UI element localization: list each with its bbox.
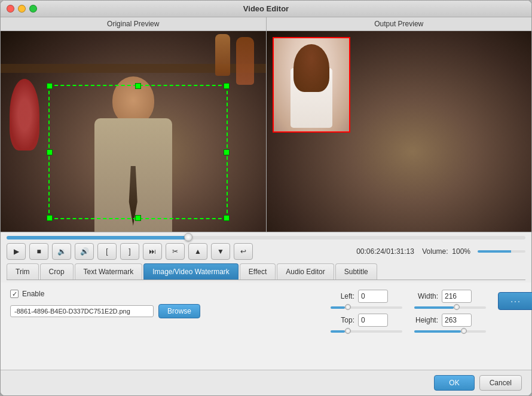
top-slider-thumb[interactable] — [345, 328, 351, 334]
top-slider[interactable] — [331, 330, 402, 333]
guitar-decoration-1 — [236, 37, 254, 85]
window-title: Video Editor — [243, 4, 289, 13]
tab-image-video-watermark[interactable]: Image/Video Watermark — [143, 263, 239, 280]
minimize-button[interactable] — [18, 5, 26, 13]
crop-handle-tr[interactable] — [224, 83, 230, 89]
width-height-column: Width: Height: — [414, 290, 486, 337]
tab-effect[interactable]: Effect — [240, 263, 276, 280]
browse-button[interactable]: Browse — [158, 304, 200, 318]
man-head — [112, 76, 154, 124]
width-label: Width: — [414, 292, 438, 300]
original-bg — [1, 31, 266, 232]
timeline-thumb[interactable] — [184, 233, 192, 241]
width-field-group: Width: — [414, 290, 486, 303]
crop-handle-bl[interactable] — [47, 215, 53, 221]
top-slider-fill — [331, 330, 345, 333]
playback-controls: ▶ ■ 🔉 🔊 [ ] ⏭ ✂ ▲ ▼ ↩ 00:06:24/01:31:13 … — [7, 243, 525, 260]
preview-section: Original Preview — [1, 17, 531, 232]
play-button[interactable]: ▶ — [7, 243, 26, 260]
mark-in-button[interactable]: [ — [97, 243, 117, 260]
mark-out-button[interactable]: ] — [120, 243, 139, 260]
tabs-row: Trim Crop Text Watermark Image/Video Wat… — [7, 263, 525, 280]
width-slider-thumb[interactable] — [454, 304, 460, 310]
output-preview-label: Output Preview — [267, 17, 532, 31]
left-top-column: Left: Top: — [331, 290, 402, 337]
tab-trim[interactable]: Trim — [7, 263, 39, 280]
enable-label: Enable — [22, 290, 44, 298]
left-slider-fill — [331, 306, 345, 309]
width-slider-fill — [414, 306, 454, 309]
top-label: Top: — [331, 316, 354, 324]
original-preview-label: Original Preview — [1, 17, 266, 31]
guitar-decoration-2 — [215, 34, 230, 76]
flower-decoration — [10, 79, 39, 151]
man-tie — [127, 166, 139, 226]
cancel-button[interactable]: Cancel — [479, 375, 522, 391]
crop-handle-tl[interactable] — [47, 83, 53, 89]
position-preset-button[interactable]: ··· — [498, 292, 532, 310]
enable-checkbox[interactable]: ✓ — [10, 290, 19, 298]
position-size-controls: Left: Top: — [331, 290, 522, 337]
crop-handle-mr[interactable] — [224, 149, 230, 155]
height-slider[interactable] — [414, 330, 486, 333]
controls-section: ▶ ■ 🔉 🔊 [ ] ⏭ ✂ ▲ ▼ ↩ 00:06:24/01:31:13 … — [1, 232, 531, 283]
tab-text-watermark[interactable]: Text Watermark — [75, 263, 143, 280]
editor-content: ✓ Enable -8861-4896-B4E0-D337DC751E2D.pn… — [1, 283, 531, 370]
output-preview-panel: Output Preview — [266, 17, 532, 232]
next-frame-button[interactable]: ▼ — [211, 243, 230, 260]
time-display: 00:06:24/01:31:13 Volume: 100% — [356, 247, 470, 256]
left-field-group: Left: — [331, 290, 402, 303]
top-field-group: Top: — [331, 314, 402, 327]
footer-buttons: OK Cancel — [1, 370, 531, 395]
timeline-bar[interactable] — [7, 236, 525, 240]
dots-col: ··· — [498, 290, 532, 337]
rotate-button[interactable]: ↩ — [234, 243, 253, 260]
title-bar: Video Editor — [1, 1, 531, 17]
stop-button[interactable]: ■ — [29, 243, 48, 260]
width-input[interactable] — [442, 290, 472, 303]
vol-up-button[interactable]: 🔊 — [75, 243, 94, 260]
man-body — [94, 118, 172, 232]
main-window: Video Editor Original Preview — [0, 0, 532, 396]
watermark-image-overlay[interactable] — [273, 37, 350, 133]
left-label: Left: — [331, 292, 354, 300]
prev-frame-button[interactable]: ▲ — [188, 243, 207, 260]
skip-end-button[interactable]: ⏭ — [143, 243, 162, 260]
watermark-figure — [274, 38, 349, 131]
trim-button[interactable]: ✂ — [166, 243, 185, 260]
vol-down-button[interactable]: 🔉 — [52, 243, 71, 260]
left-slider-thumb[interactable] — [345, 304, 351, 310]
height-input[interactable] — [442, 314, 472, 327]
file-path-display: -8861-4896-B4E0-D337DC751E2D.png — [10, 305, 154, 317]
volume-slider[interactable] — [478, 250, 525, 253]
tab-subtitle[interactable]: Subtitle — [335, 263, 377, 280]
original-preview-panel: Original Preview — [1, 17, 266, 232]
crop-handle-br[interactable] — [224, 215, 230, 221]
height-slider-thumb[interactable] — [461, 328, 467, 334]
tab-crop[interactable]: Crop — [40, 263, 74, 280]
height-slider-fill — [414, 330, 461, 333]
ok-button[interactable]: OK — [434, 375, 474, 391]
original-preview-canvas — [1, 31, 266, 232]
tab-audio-editor[interactable]: Audio Editor — [277, 263, 334, 280]
left-input[interactable] — [358, 290, 388, 303]
man-figure — [74, 76, 193, 232]
close-button[interactable] — [7, 5, 14, 13]
wm-hair — [293, 44, 329, 92]
output-preview-canvas — [267, 31, 532, 232]
height-label: Height: — [414, 316, 438, 324]
output-bg — [267, 31, 532, 232]
width-slider[interactable] — [414, 306, 486, 309]
maximize-button[interactable] — [29, 5, 37, 13]
top-input[interactable] — [358, 314, 388, 327]
height-field-group: Height: — [414, 314, 486, 327]
window-controls — [7, 5, 37, 13]
crop-handle-ml[interactable] — [47, 149, 53, 155]
left-slider[interactable] — [331, 306, 402, 309]
